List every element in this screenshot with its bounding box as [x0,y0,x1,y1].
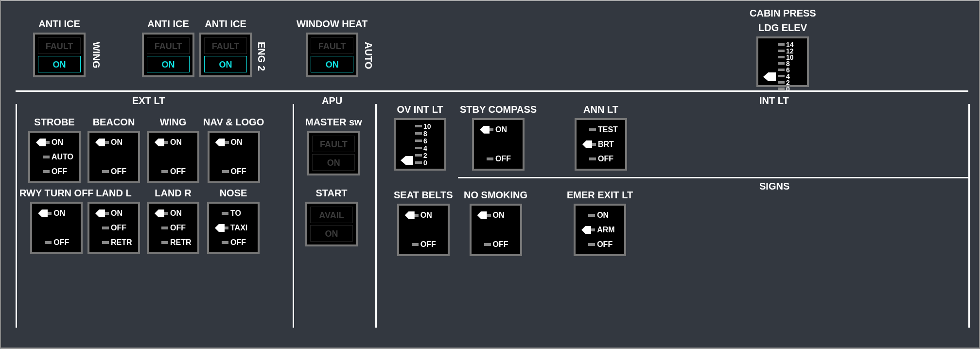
scale-tick: 2 [415,152,427,158]
switch-option-label: ON [597,211,609,220]
tick-mark [487,157,493,160]
switch-option: ON [477,123,520,136]
switch-knob-icon [480,125,494,135]
tick-mark [222,170,229,173]
switch-option: ON [474,209,517,222]
no-smoking-switch[interactable]: ONOFF [470,204,522,256]
anti-ice-wing-button[interactable]: FAULT ON [33,33,86,77]
switch-option: OFF [92,165,135,178]
switch-option-label: OFF [231,167,246,176]
switch-option-label: OFF [598,155,613,163]
landr-switch[interactable]: ONOFFRETR [147,202,199,254]
tick-mark [45,241,52,244]
on-light: ON [204,56,247,72]
tick-mark [43,156,50,158]
window-heat-side: AUTO [363,42,374,69]
switch-option-label: OFF [52,167,67,176]
switch-option-label: OFF [111,167,126,176]
landl-title: LAND L [96,188,131,199]
emer-exit-switch[interactable]: ONARMOFF [574,204,626,256]
fault-light: FAULT [312,136,355,152]
switch-option-label: ON [495,125,507,134]
rwy-title: RWY TURN OFF [19,188,94,199]
switch-knob-icon [155,138,169,147]
switch-option-label: RETR [111,238,132,247]
tick-mark [589,157,596,160]
rwy-switch[interactable]: ONOFF [30,202,83,254]
switch-option: BRT [579,138,622,151]
switch-option-label: OFF [53,238,69,247]
switch-option: OFF [212,165,255,178]
tick-mark [484,243,491,246]
fault-light: FAULT [147,37,190,54]
landl-switch[interactable]: ONOFFRETR [88,202,140,254]
scale-tick-label: 6 [423,137,427,145]
scale-tick-label: 10 [423,122,431,130]
section-apu: APU [322,95,342,106]
scale-tick-label: 0 [786,85,790,93]
seat-belts-title: SEAT BELTS [394,190,453,201]
anti-ice-eng2-side: ENG 2 [256,42,267,71]
strobe-switch[interactable]: ONAUTOOFF [28,131,81,183]
switch-option-label: OFF [597,240,612,249]
switch-option-label: ON [111,138,122,147]
switch-knob-icon [405,210,420,220]
switch-knob-icon [763,72,776,81]
wing-lt-switch[interactable]: ONOFF [147,131,199,183]
switch-option: OFF [33,165,76,178]
switch-option: OFF [212,236,255,249]
scale-tick: 6 [415,138,427,144]
window-heat-button[interactable]: FAULT ON [306,33,358,77]
window-heat-title: WINDOW HEAT [297,18,368,30]
anti-ice-eng2-title: ANTI ICE [205,18,246,30]
ann-lt-title: ANN LT [583,104,618,115]
switch-knob-icon [215,223,229,233]
beacon-switch[interactable]: ONOFF [88,131,140,183]
switch-knob-icon [36,138,51,147]
ldg-elev-switch[interactable]: 14121086420 [756,36,809,87]
seat-belts-switch[interactable]: ONOFF [397,204,450,256]
fault-light: FAULT [204,37,247,54]
tick-mark [222,241,228,244]
switch-option-label: ON [52,138,63,147]
switch-knob-icon [582,140,597,149]
switch-option-label: BRT [598,140,614,149]
tick-mark [102,241,109,244]
stby-compass-switch[interactable]: ONOFF [472,118,525,171]
section-signs: SIGNS [759,181,789,192]
switch-option: ON [92,136,135,149]
tick-mark [588,243,595,246]
anti-ice-eng1-button[interactable]: FAULT ON [142,33,194,77]
on-light: ON [38,56,81,72]
nose-switch[interactable]: TOTAXIOFF [207,202,260,254]
switch-option-label: OFF [493,240,508,249]
scale-tick-label: 4 [423,144,427,152]
ann-lt-switch[interactable]: TESTBRTOFF [575,118,627,171]
apu-master-button[interactable]: FAULT ON [307,131,360,175]
section-ext-lt: EXT LT [132,95,165,106]
scale-tick-label: 0 [423,159,427,167]
apu-start-button[interactable]: AVAIL ON [305,202,358,246]
nose-title: NOSE [220,188,247,199]
switch-option: ON [33,136,76,149]
switch-option-label: OFF [111,224,126,232]
switch-knob-icon [95,138,110,147]
switch-option-label: ON [111,209,122,218]
switch-option: OFF [579,152,622,166]
switch-option: OFF [152,165,194,178]
switch-option-label: ON [493,211,505,220]
switch-option: ON [578,209,621,222]
tick-mark [43,170,50,173]
ov-int-switch[interactable]: 1086420 [394,118,446,171]
anti-ice-eng2-button[interactable]: FAULT ON [199,33,252,77]
emer-exit-title: EMER EXIT LT [567,190,633,201]
switch-option-label: OFF [495,155,511,163]
anti-ice-wing-side: WING [90,42,102,68]
switch-knob-icon [155,209,169,218]
switch-option: OFF [92,221,135,235]
switch-knob-icon [401,156,413,165]
switch-option-label: RETR [170,238,192,247]
navlogo-switch[interactable]: ONOFF [208,131,260,183]
no-smoking-title: NO SMOKING [464,190,527,201]
switch-option: RETR [152,236,194,249]
